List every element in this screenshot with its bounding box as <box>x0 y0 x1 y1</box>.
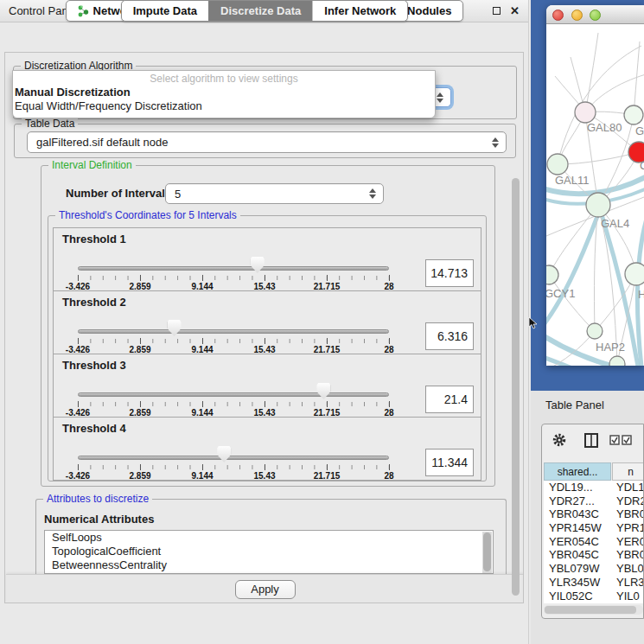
tab-infer-network[interactable]: Infer Network <box>312 1 407 21</box>
network-window-titlebar[interactable] <box>546 5 644 24</box>
columns-icon[interactable] <box>583 431 600 449</box>
threshold-slider-4[interactable]: -3.4262.8599.14415.4321.71528 <box>78 446 389 481</box>
tick-label: 9.144 <box>191 471 213 481</box>
content-scrollbar[interactable] <box>511 178 520 596</box>
network-canvas[interactable]: GAL80GACGAL11GAL4GCY1HHAP2 <box>546 24 644 366</box>
major-tick <box>389 338 390 344</box>
mac-zoom-icon[interactable] <box>590 10 601 21</box>
attribute-item-betweennesscentrality[interactable]: BetweennessCentrality <box>45 558 493 572</box>
slider-ticks <box>78 402 389 406</box>
slider-track[interactable] <box>78 329 389 334</box>
scrollbar-thumb[interactable] <box>512 178 520 596</box>
GCY1-node[interactable] <box>546 265 558 284</box>
major-tick <box>389 275 390 281</box>
cell-shared-name[interactable]: YBL079W <box>549 562 600 576</box>
slider-thumb[interactable] <box>217 446 231 462</box>
table-row[interactable]: YBL079WYBL0 <box>544 562 644 576</box>
mac-minimize-icon[interactable] <box>571 10 583 21</box>
cell-name[interactable]: YDR2 <box>616 494 644 508</box>
cell-name[interactable]: YDL1 <box>616 481 644 494</box>
table-row[interactable]: YLR345WYLR3 <box>544 576 644 590</box>
scrollbar-thumb[interactable] <box>483 532 491 571</box>
cell-shared-name[interactable]: YER054C <box>549 535 599 549</box>
GAL11-node[interactable] <box>547 154 568 175</box>
cell-shared-name[interactable]: YDR27... <box>549 494 595 508</box>
number-of-intervals-combobox[interactable]: 5 <box>165 183 384 204</box>
GAL80-node[interactable] <box>575 102 596 123</box>
slider-thumb[interactable] <box>316 383 330 399</box>
attributes-group-label: Attributes to discretize <box>43 493 152 505</box>
threshold-panel-3: Threshold 3-3.4262.8599.14415.4321.71528… <box>53 354 481 418</box>
cell-shared-name[interactable]: YBR043C <box>549 507 599 521</box>
column-header-shared-name[interactable]: shared... <box>544 462 611 481</box>
tab-impute-data[interactable]: Impute Data <box>122 1 208 21</box>
H-node[interactable] <box>625 263 644 285</box>
control-panel: Control Panel ✕ NetworkStyleSelectCyni T… <box>0 0 529 644</box>
cell-name[interactable]: YLR3 <box>616 576 644 590</box>
algorithm-option-manual-discretization[interactable]: Manual Discretization <box>15 86 131 99</box>
cell-name[interactable]: YBR0 <box>616 548 644 562</box>
slider-track[interactable] <box>78 392 389 397</box>
cell-name[interactable]: YBR0 <box>616 507 644 521</box>
HAP2-node[interactable] <box>587 323 603 339</box>
cell-name[interactable]: YPR1 <box>616 521 644 535</box>
slider-track[interactable] <box>78 456 389 460</box>
scrollbar-thumb[interactable] <box>545 606 636 614</box>
attributes-scrollbar[interactable] <box>482 532 492 574</box>
network-edge[interactable] <box>558 46 641 164</box>
algorithm-option-equal-width-frequency-discretization[interactable]: Equal Width/Frequency Discretization <box>15 99 202 112</box>
table-row[interactable]: YDL19...YDL1 <box>544 481 644 494</box>
cell-name[interactable]: YER0 <box>616 535 644 549</box>
table-horizontal-scrollbar[interactable] <box>544 605 643 615</box>
threshold-value-field[interactable]: 11.344 <box>425 449 474 476</box>
table-row[interactable]: YBR045CYBR0 <box>544 548 644 562</box>
major-tick <box>140 464 141 470</box>
cell-name[interactable]: YIL0 <box>616 590 640 603</box>
threshold-value-field[interactable]: 14.713 <box>425 259 474 287</box>
slider-ticks <box>78 339 389 343</box>
GAL4-node[interactable] <box>586 193 610 217</box>
threshold-slider-3[interactable]: -3.4262.8599.14415.4321.71528 <box>78 383 389 418</box>
threshold-value-field[interactable]: 6.316 <box>425 322 474 350</box>
threshold-value-field[interactable]: 21.4 <box>425 386 474 413</box>
bottom-node[interactable] <box>609 356 625 366</box>
attributes-list[interactable]: SelfLoopsTopologicalCoefficientBetweenne… <box>44 530 494 574</box>
threshold-slider-1[interactable]: -3.4262.8599.14415.4321.71528 <box>78 257 389 291</box>
major-tick <box>140 275 141 281</box>
column-header-name[interactable]: n <box>612 462 644 481</box>
table-row[interactable]: YPR145WYPR1 <box>544 521 644 535</box>
table-header-row: shared... n <box>544 462 644 481</box>
tab-discretize-data[interactable]: Discretize Data <box>208 1 312 21</box>
network-edge[interactable] <box>558 152 639 164</box>
table-data-combobox[interactable]: galFiltered.sif default node <box>27 131 507 153</box>
table-row[interactable]: YBR043CYBR0 <box>544 507 644 521</box>
table-row[interactable]: YIL052CYIL0 <box>544 590 644 603</box>
table-row[interactable]: YDR27...YDR2 <box>544 494 644 508</box>
mac-close-icon[interactable] <box>552 10 564 21</box>
tab-label: Discretize Data <box>220 4 301 17</box>
cell-shared-name[interactable]: YIL052C <box>549 590 593 603</box>
cell-shared-name[interactable]: YBR045C <box>549 548 599 562</box>
attribute-item-selfloops[interactable]: SelfLoops <box>45 531 493 545</box>
bottom-tab-bar: Impute DataDiscretize DataInfer Network <box>121 0 409 22</box>
slider-thumb[interactable] <box>168 320 182 336</box>
number-of-intervals-value: 5 <box>175 184 181 204</box>
threshold-label: Threshold 3 <box>62 359 126 372</box>
gear-icon[interactable] <box>551 431 568 449</box>
table-row[interactable]: YER054CYER0 <box>544 535 644 549</box>
cell-name[interactable]: YBL0 <box>616 562 644 576</box>
unnamed-node-top[interactable] <box>624 105 643 124</box>
slider-ticks <box>78 465 389 469</box>
major-tick <box>327 464 328 470</box>
apply-button[interactable]: Apply <box>235 580 296 599</box>
cell-shared-name[interactable]: YPR145W <box>549 521 602 535</box>
network-edge[interactable] <box>549 205 598 275</box>
attribute-item-topologicalcoefficient[interactable]: TopologicalCoefficient <box>45 545 493 558</box>
slider-track[interactable] <box>78 266 389 271</box>
checkbox-columns-icon[interactable] <box>609 431 634 449</box>
node-label-hap2: HAP2 <box>596 341 625 354</box>
cell-shared-name[interactable]: YDL19... <box>549 481 593 494</box>
threshold-slider-2[interactable]: -3.4262.8599.14415.4321.71528 <box>78 320 389 354</box>
cell-shared-name[interactable]: YLR345W <box>549 576 600 590</box>
slider-thumb[interactable] <box>251 257 265 273</box>
